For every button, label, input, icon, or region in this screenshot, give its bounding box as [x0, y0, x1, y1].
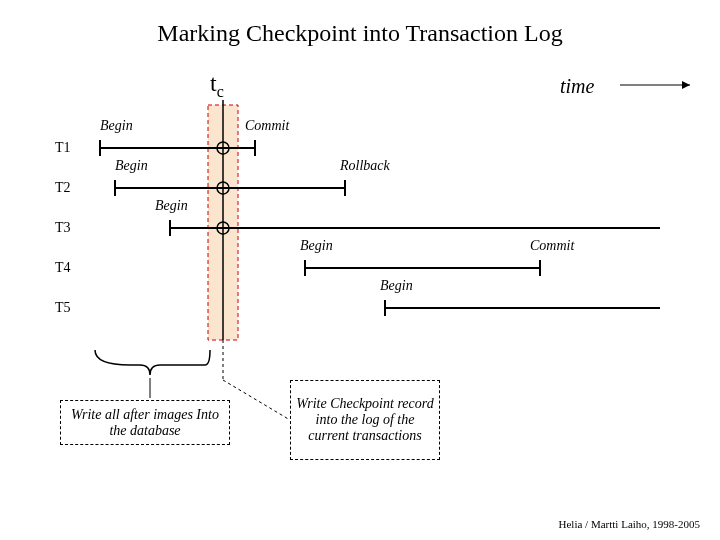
svg-marker-3	[682, 81, 690, 89]
svg-line-22	[223, 380, 290, 420]
diagram-svg	[0, 0, 720, 540]
